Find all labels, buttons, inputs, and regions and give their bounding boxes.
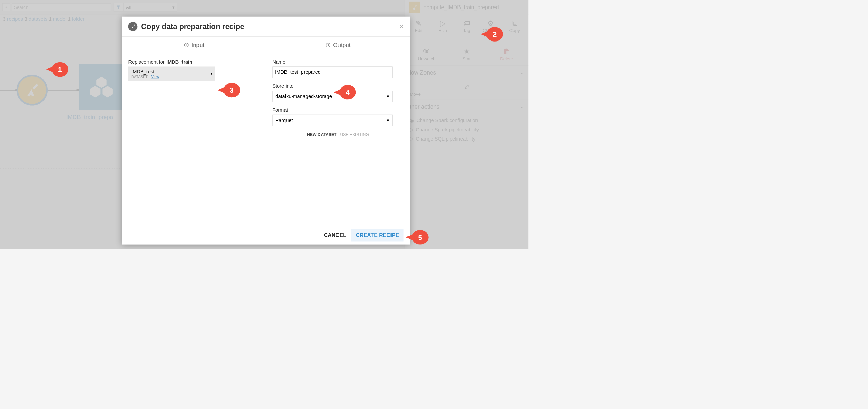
replacement-select[interactable]: IMDB_test DATASET - View [128, 66, 215, 81]
annotation-pin-5: 5 [412, 230, 429, 245]
annotation-pin-4: 4 [340, 85, 356, 100]
format-select[interactable]: Parquet▾ [272, 115, 392, 126]
broom-icon [131, 24, 136, 29]
chevron-down-icon: ▾ [387, 94, 389, 99]
new-dataset-toggle[interactable]: NEW DATASET [307, 132, 337, 137]
annotation-pin-3: 3 [224, 83, 240, 98]
value: Parquet [275, 117, 293, 123]
dataset-mode-toggle: NEW DATASET | USE EXISTING [272, 132, 403, 137]
modal-type-icon [128, 22, 138, 31]
chevron-down-icon: ▾ [387, 117, 389, 123]
output-tab[interactable]: Output [266, 37, 410, 53]
use-existing-toggle[interactable]: USE EXISTING [340, 132, 369, 137]
annotation-pin-2: 2 [486, 27, 503, 42]
value: dataiku-managed-storage [275, 94, 332, 99]
copy-recipe-modal: Copy data preparation recipe — ✕ Input O… [122, 17, 410, 245]
arrow-in-icon [184, 42, 189, 48]
annotation-pin-1: 1 [52, 62, 68, 77]
cancel-button[interactable]: CANCEL [324, 232, 346, 239]
minimize-icon[interactable]: — [389, 23, 395, 30]
arrow-out-icon [325, 42, 331, 48]
view-link[interactable]: View [151, 75, 159, 79]
store-select[interactable]: dataiku-managed-storage▾ [272, 91, 392, 102]
create-recipe-button[interactable]: CREATE RECIPE [351, 229, 403, 242]
replacement-label: Replacement for IMDB_train: [128, 59, 260, 65]
modal-footer: CANCEL CREATE RECIPE [122, 226, 410, 245]
modal-tabs: Input Output [122, 37, 410, 53]
close-icon[interactable]: ✕ [399, 23, 404, 30]
output-column: Name Store into dataiku-managed-storage▾… [266, 53, 410, 226]
modal-header: Copy data preparation recipe — ✕ [122, 17, 410, 37]
modal-body: Replacement for IMDB_train: IMDB_test DA… [122, 53, 410, 226]
store-label: Store into [272, 83, 403, 89]
name-label: Name [272, 59, 403, 65]
label: Input [191, 42, 204, 48]
input-tab[interactable]: Input [122, 37, 266, 53]
select-subtext: DATASET - View [131, 75, 212, 79]
format-label: Format [272, 107, 403, 113]
label: Output [333, 42, 350, 48]
input-column: Replacement for IMDB_train: IMDB_test DA… [122, 53, 266, 226]
select-value: IMDB_test [131, 69, 212, 75]
name-input[interactable] [272, 66, 392, 78]
modal-title: Copy data preparation recipe [141, 22, 244, 31]
